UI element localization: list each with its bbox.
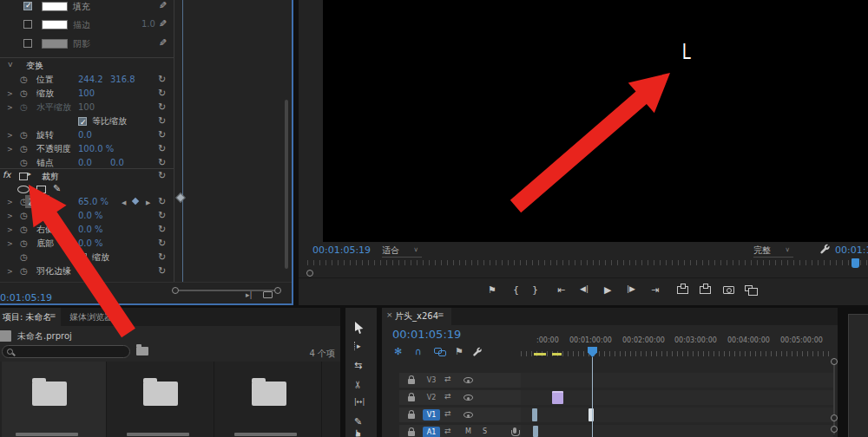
playback-resolution-dropdown[interactable]: 完整 > xyxy=(753,245,793,258)
chevron-right-icon[interactable]: > xyxy=(7,143,13,156)
reset-icon[interactable]: ↺ xyxy=(158,128,166,141)
position-y-value[interactable]: 316.8 xyxy=(110,73,135,86)
slip-tool[interactable]: |↔| xyxy=(354,398,365,406)
reset-icon[interactable]: ↺ xyxy=(158,142,166,155)
export-frame-button[interactable] xyxy=(723,286,734,294)
reset-icon[interactable]: ↺ xyxy=(158,87,166,100)
go-to-in-button[interactable]: ⇤ xyxy=(557,284,565,296)
crop-right-value[interactable]: 0.0 % xyxy=(78,223,103,236)
position-x-value[interactable]: 244.2 xyxy=(78,73,103,86)
track-output-eye-icon[interactable] xyxy=(464,412,473,418)
snap-magnet-icon[interactable]: ∩ xyxy=(415,346,422,357)
transform-section-header[interactable]: > 变换 xyxy=(0,59,174,72)
scale-value[interactable]: 100 xyxy=(78,87,95,100)
crop-zoom-checkbox[interactable] xyxy=(78,253,87,262)
track-select-forward-tool[interactable]: ▸ xyxy=(354,342,361,350)
ripple-edit-tool[interactable]: ⇆ xyxy=(354,360,362,371)
sync-lock-icon[interactable]: ⇄ xyxy=(444,375,451,383)
ellipse-mask-icon[interactable] xyxy=(17,186,30,193)
bin-folder-icon[interactable] xyxy=(32,382,67,406)
mark-in-button[interactable]: { xyxy=(513,284,519,296)
lift-button[interactable] xyxy=(677,286,688,294)
anchor-x-value[interactable]: 0.0 xyxy=(78,156,92,169)
fill-checkbox[interactable] xyxy=(23,2,32,10)
monitor-playhead[interactable] xyxy=(852,258,859,268)
effect-panel-timecode[interactable]: 00:01:05:19 xyxy=(0,292,52,303)
stopwatch-icon[interactable]: ◷ xyxy=(20,156,28,169)
chevron-right-icon[interactable]: > xyxy=(7,88,13,101)
keyframe-diamond[interactable] xyxy=(175,192,185,202)
eyedropper-icon[interactable]: ✎ xyxy=(159,0,167,11)
selection-tool[interactable] xyxy=(355,322,365,334)
voiceover-mic-icon[interactable] xyxy=(513,427,516,434)
monitor-scrub-ruler[interactable] xyxy=(307,260,868,265)
scroll-handle[interactable] xyxy=(831,414,838,421)
effect-panel-scrollbar[interactable] xyxy=(285,100,288,269)
uniform-scale-checkbox[interactable] xyxy=(78,117,87,126)
panel-menu-icon[interactable]: ≡ xyxy=(437,310,444,319)
reset-icon[interactable]: ↺ xyxy=(158,101,166,114)
reset-icon[interactable]: ↺ xyxy=(158,195,166,208)
stopwatch-icon[interactable]: ◷ xyxy=(20,264,28,277)
effect-zoom-bar[interactable] xyxy=(179,290,276,291)
chevron-right-icon[interactable]: > xyxy=(7,238,13,251)
lock-icon[interactable] xyxy=(408,396,415,401)
track-content[interactable] xyxy=(521,408,833,422)
scroll-handle[interactable] xyxy=(831,358,838,365)
shadow-checkbox[interactable] xyxy=(23,39,32,48)
search-input[interactable] xyxy=(2,345,130,358)
crop-bottom-value[interactable]: 0.0 % xyxy=(78,237,103,250)
play-audio-icon[interactable]: ▸| xyxy=(246,290,253,299)
previous-keyframe-icon[interactable]: ◀ xyxy=(122,197,126,210)
monitor-zoom-handle[interactable] xyxy=(306,270,313,277)
sequence-marker[interactable] xyxy=(552,353,562,355)
chevron-right-icon[interactable]: > xyxy=(7,210,13,223)
rectangle-mask-icon[interactable] xyxy=(36,186,46,193)
stroke-width-value[interactable]: 1.0 xyxy=(141,19,155,29)
chevron-down-icon[interactable]: > xyxy=(6,62,14,68)
stroke-checkbox[interactable] xyxy=(23,20,32,29)
razor-tool[interactable]: ✂ xyxy=(352,381,364,388)
comparison-view-button[interactable] xyxy=(745,285,753,291)
chevron-right-icon[interactable]: > xyxy=(7,224,13,237)
crop-left-label[interactable]: 左侧 xyxy=(25,195,49,208)
sync-lock-icon[interactable]: ⇄ xyxy=(444,392,451,401)
reset-icon[interactable]: ↺ xyxy=(158,156,166,169)
monitor-timecode[interactable]: 00:01:05:19 xyxy=(312,245,371,256)
stopwatch-icon[interactable]: ◷ xyxy=(20,251,28,264)
stopwatch-icon[interactable]: ◷ xyxy=(20,73,28,86)
track-target-v3[interactable]: V3 xyxy=(423,375,440,386)
close-icon[interactable]: × xyxy=(386,310,393,319)
video-clip[interactable] xyxy=(532,408,537,421)
bin-folder-icon[interactable] xyxy=(252,382,286,406)
step-forward-button[interactable]: |▶ xyxy=(627,284,635,293)
chevron-right-icon[interactable]: > xyxy=(7,196,13,209)
new-bin-icon[interactable] xyxy=(136,347,148,355)
mark-out-button[interactable]: } xyxy=(532,284,538,296)
time-ruler[interactable] xyxy=(521,351,833,356)
stopwatch-icon[interactable]: ◷ xyxy=(20,223,28,236)
reset-icon[interactable]: ↺ xyxy=(158,223,166,236)
timeline-settings-wrench-icon[interactable] xyxy=(472,347,483,357)
add-marker-icon[interactable]: ⚑ xyxy=(488,284,496,296)
crop-effect-header[interactable]: fx 裁剪 ↺ xyxy=(0,170,174,183)
mute-button[interactable]: M xyxy=(465,427,471,435)
linked-selection-icon[interactable] xyxy=(434,348,445,355)
anchor-y-value[interactable]: 0.0 xyxy=(110,156,124,169)
zoom-level-dropdown[interactable]: 适合 > xyxy=(382,245,422,258)
sync-lock-icon[interactable]: ⇄ xyxy=(444,427,451,435)
reset-icon[interactable]: ↺ xyxy=(158,237,166,250)
fill-color-swatch[interactable] xyxy=(42,2,68,11)
go-to-out-button[interactable]: ⇥ xyxy=(651,284,659,296)
sequence-tab-label[interactable]: 片头_x264 xyxy=(395,310,438,323)
program-video-frame[interactable]: L xyxy=(323,0,868,242)
track-output-eye-icon[interactable] xyxy=(464,395,473,401)
panel-menu-icon[interactable]: ≡ xyxy=(49,311,56,320)
reset-icon[interactable]: ↺ xyxy=(158,73,166,86)
chevron-right-icon[interactable]: > xyxy=(7,129,13,142)
zoom-handle-left[interactable] xyxy=(172,287,179,294)
track-output-eye-icon[interactable] xyxy=(464,377,473,383)
pen-tool[interactable]: ✎ xyxy=(354,416,362,427)
stopwatch-icon[interactable]: ◷ xyxy=(20,237,28,250)
track-content[interactable] xyxy=(521,425,833,437)
